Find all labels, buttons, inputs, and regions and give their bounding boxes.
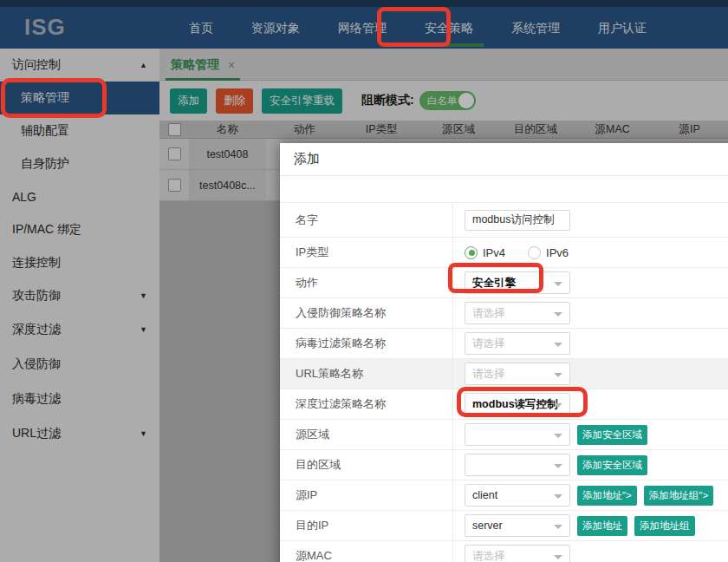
chevron-down-icon [554,312,562,317]
url-policy-label: URL策略名称 [280,359,453,389]
form-row-dst-zone: 目的区域 添加安全区域 [280,450,728,480]
chevron-down-icon [554,373,562,377]
ips-policy-select[interactable]: 请选择 [465,302,570,324]
form-row-name: 名字 [280,203,728,238]
src-zone-label: 源区域 [280,420,453,449]
action-label: 动作 [280,268,453,297]
radio-unchecked-icon [528,246,541,259]
add-security-zone-button[interactable]: 添加安全区域 [577,455,647,475]
form-row-src-mac: 源MAC 请选择 [280,541,728,562]
dst-zone-select[interactable] [465,454,570,476]
form-row-url-policy: URL策略名称 请选择 [280,359,728,389]
dst-ip-label: 目的IP [280,511,453,540]
ips-policy-label: 入侵防御策略名称 [280,298,453,328]
url-policy-select[interactable]: 请选择 [465,363,570,385]
iptype-label: IP类型 [280,238,453,267]
chevron-down-icon [554,494,562,499]
src-mac-select[interactable]: 请选择 [465,545,570,562]
form-row-av-policy: 病毒过滤策略名称 请选择 [280,329,728,359]
form-row-src-zone: 源区域 添加安全区域 [280,420,728,450]
deep-policy-select[interactable]: modbus读写控制 [465,393,570,415]
dst-zone-label: 目的区域 [280,450,453,480]
ipv6-radio[interactable]: IPv6 [528,246,569,259]
av-policy-select[interactable]: 请选择 [465,332,570,355]
ipv4-radio[interactable]: IPv4 [465,246,505,259]
form-row-src-ip: 源IP client 添加地址"> 添加地址组"> [280,480,728,511]
chevron-down-icon [554,525,562,529]
form-row-dst-ip: 目的IP server 添加地址 添加地址组 [280,511,728,541]
av-policy-label: 病毒过滤策略名称 [280,329,453,358]
add-address-group-button[interactable]: 添加地址组"> [644,486,713,506]
radio-checked-icon [465,246,478,259]
name-label: 名字 [280,203,453,237]
chevron-down-icon [554,464,562,468]
chevron-down-icon [554,282,562,286]
chevron-down-icon [554,403,562,408]
chevron-down-icon [554,555,562,559]
deep-policy-label: 深度过滤策略名称 [280,389,453,419]
add-policy-form: 名字 IP类型 IPv4 IPv6 [280,202,728,562]
src-zone-select[interactable] [465,423,570,446]
add-address-button[interactable]: 添加地址"> [577,486,637,506]
form-row-ips-policy: 入侵防御策略名称 请选择 [280,298,728,329]
app-window: ISG 首页 资源对象 网络管理 安全策略 系统管理 用户认证 访问控制 ▲ 策… [0,0,728,562]
add-security-zone-button[interactable]: 添加安全区域 [577,425,647,445]
modal-title: 添加 [280,143,728,176]
add-address-button[interactable]: 添加地址 [577,516,627,536]
dst-ip-select[interactable]: server [465,514,570,537]
form-row-iptype: IP类型 IPv4 IPv6 [280,238,728,268]
src-ip-select[interactable]: client [465,484,570,506]
chevron-down-icon [554,343,562,347]
action-select[interactable]: 安全引擎 [465,271,570,294]
chevron-down-icon [554,434,562,438]
form-row-action: 动作 安全引擎 [280,268,728,298]
form-row-deep-policy: 深度过滤策略名称 modbus读写控制 [280,389,728,420]
src-ip-label: 源IP [280,480,453,510]
add-policy-modal: 添加 名字 IP类型 IPv4 IPv6 [280,143,728,562]
src-mac-label: 源MAC [280,541,453,562]
add-address-group-button[interactable]: 添加地址组 [634,516,695,536]
name-input[interactable] [465,210,570,231]
